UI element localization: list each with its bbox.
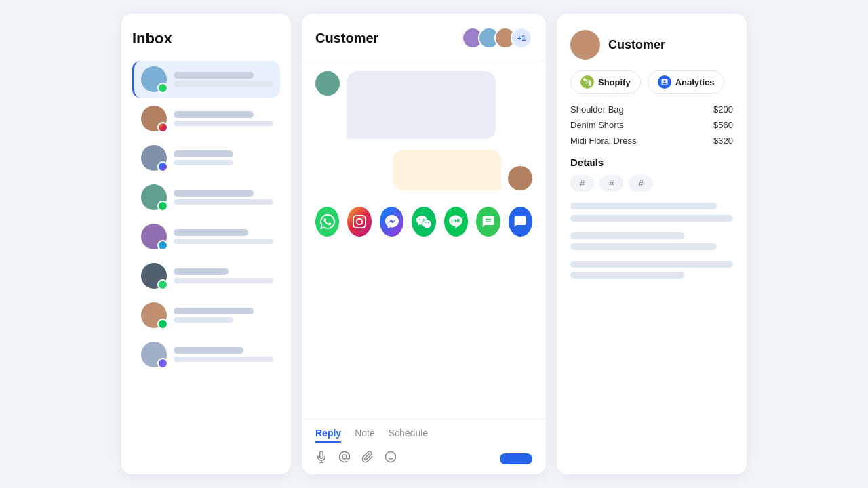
- customer-name: Customer: [608, 38, 665, 52]
- at-icon[interactable]: [338, 451, 351, 466]
- inbox-text-4: [174, 190, 273, 205]
- avatar-wrap-2: [141, 106, 167, 131]
- inbox-msg-bar-5: [174, 239, 273, 244]
- inbox-name-bar-8: [174, 347, 243, 354]
- tab-reply[interactable]: Reply: [315, 428, 341, 443]
- inbox-msg-bar-3: [174, 160, 233, 165]
- chat-title: Customer: [315, 30, 378, 46]
- whatsapp-badge-1: [157, 83, 168, 94]
- bubble-left-1: [347, 71, 496, 139]
- inbox-name-bar-2: [174, 111, 254, 118]
- msg-avatar-left: [315, 71, 340, 96]
- note-bar-2: [570, 215, 733, 222]
- note-bar-6: [570, 272, 684, 279]
- product-price-3: $320: [713, 136, 733, 146]
- inbox-name-bar-7: [174, 308, 254, 314]
- product-price-1: $200: [713, 104, 733, 115]
- product-item-2: Denim Shorts $560: [570, 120, 733, 130]
- avatar-wrap-4: [141, 184, 167, 210]
- chat-panel: Customer +1: [302, 14, 546, 474]
- product-item-1: Shoulder Bag $200: [570, 104, 733, 115]
- inbox-name-bar-1: [174, 72, 254, 79]
- shopify-badge[interactable]: Shopify: [570, 70, 641, 94]
- chat-body: [302, 60, 546, 419]
- inbox-item-7[interactable]: [132, 297, 280, 333]
- main-layout: Inbox: [0, 0, 868, 488]
- platform-messenger[interactable]: [380, 207, 403, 237]
- inbox-list: [132, 61, 280, 373]
- inbox-text-8: [174, 347, 273, 362]
- chat-footer: Reply Note Schedule: [302, 419, 546, 474]
- inbox-item-6[interactable]: [132, 258, 280, 294]
- platform-instagram[interactable]: [347, 207, 371, 237]
- emoji-icon[interactable]: [384, 451, 397, 466]
- platform-icons-row: [315, 201, 532, 242]
- details-tags: # # #: [570, 175, 733, 192]
- customer-panel: Customer Shopify Analytics Shoulder Bag …: [557, 14, 747, 474]
- inbox-item-2[interactable]: [132, 100, 280, 137]
- avatar-wrap-7: [141, 302, 167, 328]
- shopify-icon: [580, 75, 594, 89]
- product-name-3: Midi Floral Dress: [570, 136, 637, 146]
- inbox-msg-bar-7: [174, 317, 233, 323]
- inbox-text-7: [174, 308, 273, 323]
- avatar-wrap-8: [141, 342, 167, 367]
- avatar-stack: +1: [462, 27, 532, 49]
- inbox-text-2: [174, 111, 273, 126]
- analytics-badge[interactable]: Analytics: [648, 70, 725, 94]
- inbox-item-3[interactable]: [132, 140, 280, 176]
- viber-badge-8: [157, 358, 168, 369]
- platform-chat[interactable]: [509, 207, 532, 237]
- details-section: Details # # #: [570, 157, 733, 192]
- inbox-item-5[interactable]: [132, 218, 280, 255]
- details-title: Details: [570, 157, 733, 168]
- inbox-text-1: [174, 72, 273, 87]
- whatsapp-badge-6: [157, 279, 168, 290]
- platform-whatsapp[interactable]: [315, 207, 339, 237]
- inbox-msg-bar-8: [174, 357, 273, 362]
- note-bar-5: [570, 261, 733, 268]
- bubble-right-1: [393, 150, 501, 190]
- send-button[interactable]: [500, 453, 532, 464]
- detail-tag-1[interactable]: #: [570, 175, 594, 192]
- message-left-1: [315, 71, 532, 139]
- microphone-icon[interactable]: [315, 451, 328, 466]
- product-list: Shoulder Bag $200 Denim Shorts $560 Midi…: [570, 104, 733, 146]
- inbox-text-5: [174, 229, 273, 244]
- tab-note[interactable]: Note: [355, 428, 375, 443]
- detail-tag-2[interactable]: #: [599, 175, 623, 192]
- platform-wechat[interactable]: [412, 207, 435, 237]
- inbox-item-8[interactable]: [132, 336, 280, 373]
- inbox-msg-bar-1: [174, 81, 273, 87]
- note-bar-1: [570, 203, 717, 209]
- inbox-item-4[interactable]: [132, 179, 280, 216]
- message-right-1: [315, 150, 532, 190]
- tab-schedule[interactable]: Schedule: [389, 428, 428, 443]
- line-badge-7: [157, 319, 168, 329]
- svg-point-0: [342, 455, 347, 459]
- attachment-icon[interactable]: [361, 451, 374, 466]
- chat-header: Customer +1: [302, 14, 546, 60]
- platform-sms[interactable]: [476, 207, 500, 237]
- msg-avatar-right: [508, 166, 532, 190]
- inbox-name-bar-5: [174, 229, 248, 236]
- note-bar-3: [570, 232, 684, 239]
- svg-point-1: [386, 452, 396, 462]
- inbox-text-3: [174, 150, 273, 165]
- inbox-msg-bar-2: [174, 121, 273, 126]
- integration-row: Shopify Analytics: [570, 70, 733, 94]
- avatar-wrap-1: [141, 66, 167, 92]
- avatar-wrap-6: [141, 263, 167, 289]
- inbox-name-bar-3: [174, 150, 233, 157]
- toolbar-icons: [315, 451, 397, 466]
- stack-avatar-more: +1: [511, 27, 532, 49]
- inbox-item-1[interactable]: [132, 61, 280, 98]
- detail-tag-3[interactable]: #: [629, 175, 652, 192]
- line-badge-4: [157, 201, 168, 211]
- telegram-badge-5: [157, 240, 168, 251]
- product-item-3: Midi Floral Dress $320: [570, 136, 733, 146]
- reply-tabs: Reply Note Schedule: [315, 428, 532, 443]
- platform-line[interactable]: [444, 207, 468, 237]
- analytics-label: Analytics: [675, 77, 715, 87]
- inbox-msg-bar-4: [174, 199, 273, 205]
